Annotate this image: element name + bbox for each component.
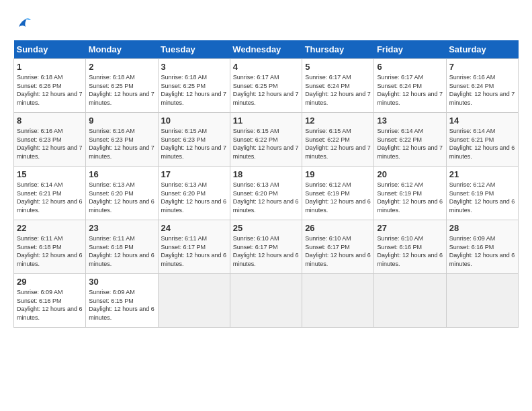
cell-sun-info: Sunrise: 6:17 AMSunset: 6:24 PMDaylight:…: [305, 73, 371, 107]
calendar-header: SundayMondayTuesdayWednesdayThursdayFrid…: [14, 40, 519, 59]
calendar-cell: 28Sunrise: 6:09 AMSunset: 6:16 PMDayligh…: [446, 220, 518, 274]
day-number: 15: [17, 169, 83, 179]
cell-sun-info: Sunrise: 6:13 AMSunset: 6:20 PMDaylight:…: [233, 181, 299, 214]
day-number: 18: [233, 169, 299, 179]
calendar-cell: 5Sunrise: 6:17 AMSunset: 6:24 PMDaylight…: [302, 59, 374, 113]
cell-sun-info: Sunrise: 6:11 AMSunset: 6:18 PMDaylight:…: [89, 234, 154, 268]
cell-sun-info: Sunrise: 6:15 AMSunset: 6:23 PMDaylight:…: [161, 127, 227, 161]
calendar-week-row: 22Sunrise: 6:11 AMSunset: 6:18 PMDayligh…: [14, 220, 519, 274]
day-number: 22: [17, 223, 83, 233]
day-number: 26: [305, 223, 371, 233]
calendar-cell: [158, 274, 230, 328]
day-number: 11: [233, 116, 299, 126]
weekday-header: Saturday: [446, 40, 518, 59]
cell-sun-info: Sunrise: 6:14 AMSunset: 6:22 PMDaylight:…: [377, 127, 443, 161]
cell-sun-info: Sunrise: 6:12 AMSunset: 6:19 PMDaylight:…: [377, 181, 443, 214]
calendar-cell: [302, 274, 374, 328]
cell-sun-info: Sunrise: 6:10 AMSunset: 6:17 PMDaylight:…: [233, 234, 299, 268]
calendar-cell: 23Sunrise: 6:11 AMSunset: 6:18 PMDayligh…: [86, 220, 158, 274]
cell-sun-info: Sunrise: 6:15 AMSunset: 6:22 PMDaylight:…: [233, 127, 299, 161]
day-number: 16: [89, 169, 154, 179]
calendar-cell: 12Sunrise: 6:15 AMSunset: 6:22 PMDayligh…: [302, 113, 374, 167]
calendar-cell: 24Sunrise: 6:11 AMSunset: 6:17 PMDayligh…: [158, 220, 230, 274]
cell-sun-info: Sunrise: 6:17 AMSunset: 6:25 PMDaylight:…: [233, 73, 299, 107]
calendar-week-row: 29Sunrise: 6:09 AMSunset: 6:16 PMDayligh…: [14, 274, 519, 328]
cell-sun-info: Sunrise: 6:16 AMSunset: 6:24 PMDaylight:…: [449, 73, 515, 107]
cell-sun-info: Sunrise: 6:13 AMSunset: 6:20 PMDaylight:…: [161, 181, 227, 214]
cell-sun-info: Sunrise: 6:12 AMSunset: 6:19 PMDaylight:…: [449, 181, 515, 214]
calendar-cell: 27Sunrise: 6:10 AMSunset: 6:16 PMDayligh…: [374, 220, 446, 274]
day-number: 1: [17, 62, 83, 72]
day-number: 2: [89, 62, 154, 72]
cell-sun-info: Sunrise: 6:11 AMSunset: 6:17 PMDaylight:…: [161, 234, 227, 268]
day-number: 27: [377, 223, 443, 233]
calendar-cell: 19Sunrise: 6:12 AMSunset: 6:19 PMDayligh…: [302, 167, 374, 220]
calendar-cell: 9Sunrise: 6:16 AMSunset: 6:23 PMDaylight…: [86, 113, 158, 167]
calendar-table: SundayMondayTuesdayWednesdayThursdayFrid…: [13, 40, 519, 328]
day-number: 19: [305, 169, 371, 179]
calendar-cell: 15Sunrise: 6:14 AMSunset: 6:21 PMDayligh…: [14, 167, 86, 220]
cell-sun-info: Sunrise: 6:16 AMSunset: 6:23 PMDaylight:…: [89, 127, 154, 161]
cell-sun-info: Sunrise: 6:16 AMSunset: 6:23 PMDaylight:…: [17, 127, 83, 161]
cell-sun-info: Sunrise: 6:11 AMSunset: 6:18 PMDaylight:…: [17, 234, 83, 268]
day-number: 8: [17, 116, 83, 126]
calendar-cell: 26Sunrise: 6:10 AMSunset: 6:17 PMDayligh…: [302, 220, 374, 274]
cell-sun-info: Sunrise: 6:18 AMSunset: 6:25 PMDaylight:…: [89, 73, 154, 107]
calendar-cell: 14Sunrise: 6:14 AMSunset: 6:21 PMDayligh…: [446, 113, 518, 167]
calendar-week-row: 8Sunrise: 6:16 AMSunset: 6:23 PMDaylight…: [14, 113, 519, 167]
cell-sun-info: Sunrise: 6:10 AMSunset: 6:17 PMDaylight:…: [305, 234, 371, 268]
calendar-cell: 7Sunrise: 6:16 AMSunset: 6:24 PMDaylight…: [446, 59, 518, 113]
cell-sun-info: Sunrise: 6:14 AMSunset: 6:21 PMDaylight:…: [449, 127, 515, 161]
calendar-cell: 10Sunrise: 6:15 AMSunset: 6:23 PMDayligh…: [158, 113, 230, 167]
weekday-header: Tuesday: [158, 40, 230, 59]
cell-sun-info: Sunrise: 6:12 AMSunset: 6:19 PMDaylight:…: [305, 181, 371, 214]
day-number: 6: [377, 62, 443, 72]
calendar-cell: 1Sunrise: 6:18 AMSunset: 6:26 PMDaylight…: [14, 59, 86, 113]
weekday-header: Friday: [374, 40, 446, 59]
cell-sun-info: Sunrise: 6:13 AMSunset: 6:20 PMDaylight:…: [89, 181, 154, 214]
day-number: 13: [377, 116, 443, 126]
calendar-cell: 17Sunrise: 6:13 AMSunset: 6:20 PMDayligh…: [158, 167, 230, 220]
day-number: 14: [449, 116, 515, 126]
calendar-cell: 8Sunrise: 6:16 AMSunset: 6:23 PMDaylight…: [14, 113, 86, 167]
calendar-body: 1Sunrise: 6:18 AMSunset: 6:26 PMDaylight…: [14, 59, 519, 328]
page-header: [13, 13, 519, 34]
logo-icon: [13, 13, 34, 34]
calendar-cell: 20Sunrise: 6:12 AMSunset: 6:19 PMDayligh…: [374, 167, 446, 220]
day-number: 21: [449, 169, 515, 179]
cell-sun-info: Sunrise: 6:09 AMSunset: 6:15 PMDaylight:…: [89, 288, 154, 322]
calendar-cell: 22Sunrise: 6:11 AMSunset: 6:18 PMDayligh…: [14, 220, 86, 274]
weekday-header: Wednesday: [230, 40, 302, 59]
cell-sun-info: Sunrise: 6:10 AMSunset: 6:16 PMDaylight:…: [377, 234, 443, 268]
calendar-cell: 13Sunrise: 6:14 AMSunset: 6:22 PMDayligh…: [374, 113, 446, 167]
calendar-cell: 16Sunrise: 6:13 AMSunset: 6:20 PMDayligh…: [86, 167, 158, 220]
day-number: 20: [377, 169, 443, 179]
weekday-header: Monday: [86, 40, 158, 59]
calendar-cell: [446, 274, 518, 328]
cell-sun-info: Sunrise: 6:09 AMSunset: 6:16 PMDaylight:…: [449, 234, 515, 268]
day-number: 28: [449, 223, 515, 233]
day-number: 10: [161, 116, 227, 126]
calendar-cell: 3Sunrise: 6:18 AMSunset: 6:25 PMDaylight…: [158, 59, 230, 113]
weekday-header: Sunday: [14, 40, 86, 59]
cell-sun-info: Sunrise: 6:18 AMSunset: 6:26 PMDaylight:…: [17, 73, 83, 107]
cell-sun-info: Sunrise: 6:09 AMSunset: 6:16 PMDaylight:…: [17, 288, 83, 322]
cell-sun-info: Sunrise: 6:17 AMSunset: 6:24 PMDaylight:…: [377, 73, 443, 107]
day-number: 9: [89, 116, 154, 126]
day-number: 3: [161, 62, 227, 72]
day-number: 4: [233, 62, 299, 72]
day-number: 23: [89, 223, 154, 233]
calendar-week-row: 1Sunrise: 6:18 AMSunset: 6:26 PMDaylight…: [14, 59, 519, 113]
calendar-cell: 21Sunrise: 6:12 AMSunset: 6:19 PMDayligh…: [446, 167, 518, 220]
cell-sun-info: Sunrise: 6:14 AMSunset: 6:21 PMDaylight:…: [17, 181, 83, 214]
cell-sun-info: Sunrise: 6:18 AMSunset: 6:25 PMDaylight:…: [161, 73, 227, 107]
calendar-cell: 25Sunrise: 6:10 AMSunset: 6:17 PMDayligh…: [230, 220, 302, 274]
day-number: 24: [161, 223, 227, 233]
weekday-header: Thursday: [302, 40, 374, 59]
calendar-cell: 4Sunrise: 6:17 AMSunset: 6:25 PMDaylight…: [230, 59, 302, 113]
calendar-cell: 29Sunrise: 6:09 AMSunset: 6:16 PMDayligh…: [14, 274, 86, 328]
logo: [13, 13, 36, 34]
calendar-cell: 18Sunrise: 6:13 AMSunset: 6:20 PMDayligh…: [230, 167, 302, 220]
day-number: 30: [89, 277, 154, 287]
day-number: 5: [305, 62, 371, 72]
